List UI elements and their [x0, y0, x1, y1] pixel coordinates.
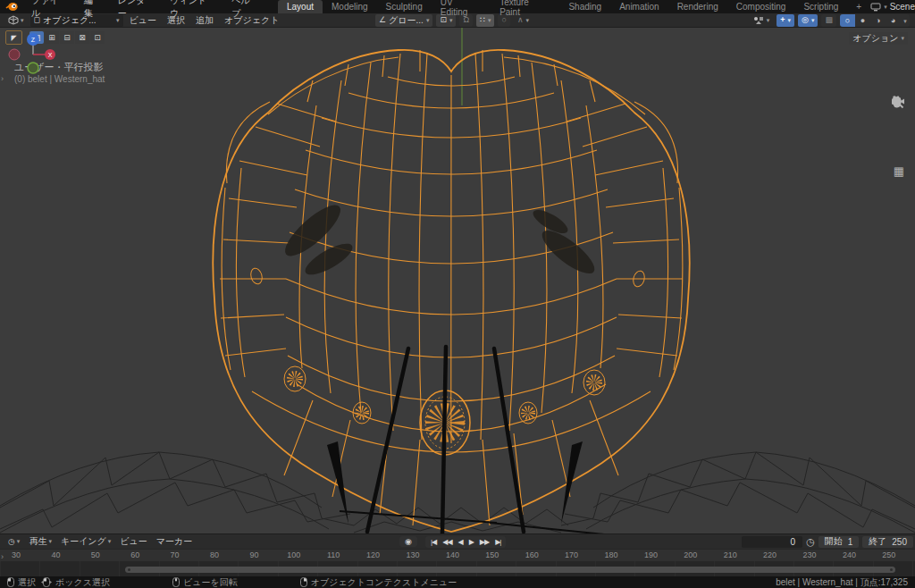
topbar-menu[interactable]: ヘルプ — [223, 0, 267, 20]
pivot-icon: ⊡ — [440, 16, 447, 24]
status-bar: 選択 ボックス選択 ビューを回転 オブジェクトコンテクストメニュー belet … — [0, 576, 915, 588]
frame-tick-label: 210 — [724, 550, 737, 559]
chevron-down-icon: ▾ — [788, 17, 792, 24]
menu-marker[interactable]: マーカー — [152, 535, 197, 548]
show-gizmo-toggle[interactable]: + ▾ — [776, 14, 794, 27]
workspace-tabs: LayoutModelingSculptingUV EditingTexture… — [278, 0, 870, 13]
frame-range-controls: 0 ◷ 開始1 終了250 — [742, 536, 913, 548]
playback-button[interactable]: |◀ — [428, 537, 439, 547]
clock-icon: ◷ — [806, 537, 815, 547]
chevron-down-icon: ▾ — [108, 538, 112, 545]
workspace-tab[interactable]: UV Editing — [432, 0, 491, 13]
menu-timeline-view[interactable]: ビュー — [115, 535, 151, 548]
shading-solid-button[interactable]: ● — [855, 14, 870, 27]
object-visibility-filter[interactable]: ▾ — [750, 14, 774, 27]
frame-tick-label: 130 — [406, 550, 419, 559]
workspace-tab[interactable]: Modeling — [323, 0, 377, 13]
topbar-menu[interactable]: ファイル — [23, 0, 76, 20]
options-button[interactable]: オプション ▾ — [849, 32, 908, 45]
workspace-tab[interactable]: Scripting — [794, 0, 847, 13]
playback-button[interactable]: ▶| — [492, 537, 503, 547]
playback-button[interactable]: ▶▶ — [477, 537, 491, 547]
xray-icon: ▩ — [825, 16, 833, 24]
gizmo-neg-x-axis[interactable] — [9, 49, 20, 60]
workspace-tab[interactable]: + — [847, 0, 870, 13]
options-label: オプション — [852, 32, 898, 45]
timeline-ruler[interactable]: 3040506070809010011012013014015016017018… — [0, 549, 915, 561]
hatband-conchos — [249, 267, 646, 455]
topbar-menu[interactable]: ウィンドウ — [162, 0, 223, 20]
select-mode-intersect[interactable]: ⊡ — [90, 31, 105, 44]
3d-viewport[interactable]: ◤ ▣ ⊞ ⊟ ⊠ ⊡ オプション ▾ ユーザー・平行投影 (0) belet … — [0, 28, 915, 533]
shading-dropdown[interactable]: ▾ — [901, 14, 910, 27]
select-mode-subtract[interactable]: ⊟ — [60, 31, 74, 44]
workspace-tab[interactable]: Texture Paint — [491, 0, 559, 13]
frame-tick-label: 230 — [802, 550, 816, 559]
frame-tick-label: 90 — [249, 550, 258, 559]
chevron-down-icon: ▾ — [488, 17, 491, 24]
timeline-scrollbar[interactable] — [125, 567, 895, 573]
workspace-tab[interactable]: Shading — [559, 0, 610, 13]
falloff-icon: ∧ — [517, 16, 524, 24]
playback-controls: |◀◀◀◀▶▶▶▶| — [425, 536, 506, 548]
shading-mode-group: ○ ● ◑ ◕ ▾ — [840, 14, 910, 27]
status-object-stats: belet | Western_hat | 頂点:17,325 — [776, 576, 908, 588]
frame-tick-label: 180 — [604, 550, 617, 559]
status-box-select-hint: ボックス選択 — [41, 576, 110, 588]
shading-rendered-button[interactable]: ◕ — [886, 14, 901, 27]
frame-tick-label: 240 — [843, 550, 856, 559]
frame-tick-label: 190 — [644, 550, 658, 559]
mouse-left-drag-icon — [41, 577, 52, 587]
blender-logo-icon — [5, 2, 18, 12]
xray-toggle[interactable]: ▩ — [821, 14, 836, 27]
playback-button[interactable]: ◀ — [456, 537, 466, 547]
playback-button[interactable]: ◀◀ — [440, 537, 454, 547]
current-frame-field[interactable]: 0 — [742, 536, 802, 548]
frame-tick-label: 80 — [210, 550, 219, 559]
grid-icon: ▦ — [894, 164, 904, 178]
proportional-icon: ○ — [501, 16, 506, 24]
menu-keying[interactable]: キーイング ▾ — [56, 535, 115, 548]
frame-tick-label: 110 — [327, 550, 340, 559]
frame-tick-label: 120 — [366, 550, 380, 559]
workspace-tab[interactable]: Animation — [610, 0, 667, 13]
frame-tick-label: 140 — [446, 550, 459, 559]
frame-start-field[interactable]: 開始1 — [818, 536, 860, 548]
ortho-toggle-button[interactable]: ▦ — [891, 163, 907, 179]
workspace-tab[interactable]: Compositing — [727, 0, 795, 13]
frame-end-field[interactable]: 終了250 — [862, 536, 913, 548]
timeline-editor-type-button[interactable]: ◷ ▾ — [4, 535, 24, 548]
viewport-nav-buttons: ▦ — [891, 96, 907, 179]
chevron-down-icon: ▾ — [767, 17, 770, 24]
select-mode-invert[interactable]: ⊠ — [75, 31, 89, 44]
magnet-icon: Ω — [463, 16, 469, 24]
timeline-header: ◷ ▾ 再生 ▾ キーイング ▾ ビュー マーカー ◉ |◀◀◀◀▶▶▶▶| 0… — [0, 533, 915, 549]
workspace-tab[interactable]: Layout — [278, 0, 323, 13]
frame-tick-label: 160 — [525, 550, 539, 559]
frame-tick-label: 50 — [91, 550, 100, 559]
topbar-menu[interactable]: 編集 — [76, 0, 110, 20]
menu-playback[interactable]: 再生 ▾ — [24, 535, 56, 548]
auto-keying-button[interactable]: ◉ — [399, 536, 417, 547]
chevron-down-icon: ▾ — [449, 17, 453, 24]
topbar-menu[interactable]: レンダー — [110, 0, 163, 20]
chevron-down-icon: ▾ — [48, 538, 52, 545]
camera-view-button[interactable] — [891, 140, 907, 156]
show-overlays-toggle[interactable]: ◎ ▾ — [798, 14, 818, 27]
workspace-tab[interactable]: Rendering — [668, 0, 727, 13]
transform-orientation[interactable]: ∠ グロー... ▾ — [375, 14, 432, 27]
playback-button[interactable]: ▶ — [466, 537, 476, 547]
navigation-gizmo[interactable]: Z X — [0, 28, 55, 83]
scene-selector[interactable]: ▾ Scene — [870, 2, 915, 12]
chevron-down-icon: ▾ — [901, 35, 904, 42]
shading-wireframe-button[interactable]: ○ — [840, 14, 855, 27]
gizmo-y-axis[interactable] — [28, 63, 38, 73]
collapse-arrow-icon[interactable]: › — [1, 552, 4, 561]
shading-material-button[interactable]: ◑ — [870, 14, 886, 27]
status-context-menu-hint: オブジェクトコンテクストメニュー — [300, 576, 458, 588]
frame-tick-label: 200 — [684, 550, 697, 559]
frame-tick-label: 30 — [12, 550, 21, 559]
pan-button[interactable] — [891, 118, 907, 134]
clock-icon: ◷ — [8, 538, 15, 546]
workspace-tab[interactable]: Sculpting — [377, 0, 432, 13]
